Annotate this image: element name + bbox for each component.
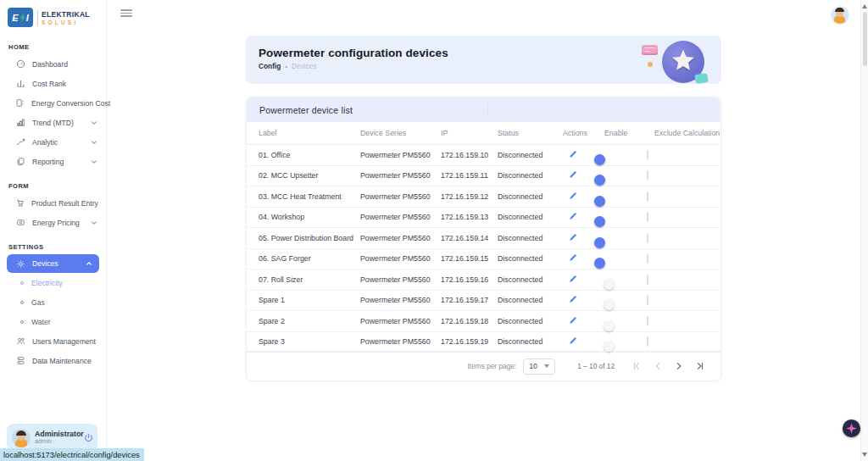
topbar-avatar[interactable] xyxy=(832,7,849,24)
breadcrumb-current: Devices xyxy=(292,62,317,70)
edit-pencil-icon[interactable] xyxy=(569,170,577,179)
star-icon xyxy=(669,47,698,75)
sidebar-item-label: Energy Pricing xyxy=(32,219,80,227)
assistant-fab-button[interactable] xyxy=(843,419,860,437)
cell-device-series: Powermeter PM5560 xyxy=(360,234,441,242)
sidebar-item-energy-pricing[interactable]: Energy Pricing xyxy=(0,213,106,232)
table-titlebar: Powermeter device list xyxy=(247,97,721,122)
prev-page-icon xyxy=(654,362,662,370)
exclude-checkbox[interactable] xyxy=(647,170,648,181)
scroll-up-icon[interactable] xyxy=(862,4,867,8)
sidebar-item-dashboard[interactable]: Dashboard xyxy=(0,54,106,74)
exclude-checkbox[interactable] xyxy=(647,233,648,243)
sidebar-item-devices[interactable]: Devices xyxy=(7,254,99,273)
column-header-status: Status xyxy=(498,129,563,137)
page-size-value: 10 xyxy=(529,362,537,370)
sidebar-item-reporting[interactable]: Reporting xyxy=(0,152,106,171)
exclude-checkbox[interactable] xyxy=(647,212,648,222)
sidebar-item-label: Analytic xyxy=(32,138,58,147)
cell-status: Disconnected xyxy=(498,192,563,201)
table-row: 06. SAG ForgerPowermeter PM5560172.16.15… xyxy=(247,249,721,270)
sidebar-item-data-maintenance[interactable]: Data Maintenance xyxy=(0,351,106,370)
sidebar-item-trend-mtd[interactable]: Trend (MTD) xyxy=(0,113,106,132)
cell-ip: 172.16.159.19 xyxy=(441,337,498,346)
edit-pencil-icon[interactable] xyxy=(569,336,577,345)
orange-dot-shape xyxy=(648,62,653,67)
table-pagination: Items per page: 10 1 – 10 of 12 xyxy=(247,351,721,380)
sidebar-subitem-water[interactable]: Water xyxy=(0,312,106,331)
edit-pencil-icon[interactable] xyxy=(569,192,577,200)
logo-letter-right: I xyxy=(26,13,29,23)
user-avatar xyxy=(12,429,31,447)
bullet-icon xyxy=(20,281,24,285)
exclude-checkbox[interactable] xyxy=(647,336,648,347)
logo-subtitle: SOLUSI xyxy=(42,19,90,25)
sidebar-subitem-electricity[interactable]: Electricity xyxy=(0,273,106,292)
exclude-checkbox[interactable] xyxy=(647,316,648,326)
page-header-card: Powermeter configuration devices Config … xyxy=(246,36,721,84)
vertical-scrollbar[interactable] xyxy=(860,0,868,461)
sidebar-item-cost-rank[interactable]: Cost Rank xyxy=(0,74,106,93)
prev-page-button xyxy=(651,359,665,373)
edit-pencil-icon[interactable] xyxy=(569,212,577,220)
exclude-checkbox[interactable] xyxy=(647,192,648,202)
titlebar-divider xyxy=(487,103,488,117)
cell-label: 02. MCC Upsetter xyxy=(259,171,360,180)
cell-status: Disconnected xyxy=(498,171,563,180)
sidebar-item-analytic[interactable]: Analytic xyxy=(0,132,106,152)
edit-pencil-icon[interactable] xyxy=(569,275,577,283)
sidebar-item-label: Energy Conversion Cost xyxy=(31,99,110,108)
page-size-select[interactable]: 10 xyxy=(523,358,555,375)
sidebar-item-label: Cost Rank xyxy=(32,80,66,88)
chevron-down-icon xyxy=(91,119,97,126)
users-icon xyxy=(15,336,25,347)
cell-device-series: Powermeter PM5560 xyxy=(360,254,441,263)
sidebar-subitem-gas[interactable]: Gas xyxy=(0,292,106,312)
next-page-button[interactable] xyxy=(672,359,686,373)
column-header-label: Label xyxy=(259,129,360,137)
chevron-up-icon xyxy=(86,260,92,267)
table-header-row: LabelDevice SeriesIPStatusActionsEnableE… xyxy=(247,122,721,145)
cell-label: 06. SAG Forger xyxy=(259,254,360,263)
edit-pencil-icon[interactable] xyxy=(569,150,577,158)
sparkle-star-icon xyxy=(845,422,858,435)
bullet-icon xyxy=(20,320,24,324)
cell-device-series: Powermeter PM5560 xyxy=(360,213,441,221)
sidebar-item-users-management[interactable]: Users Management xyxy=(0,331,106,351)
sidebar-item-energy-conversion-cost[interactable]: Energy Conversion Cost xyxy=(0,93,106,113)
dashboard-icon xyxy=(15,59,25,69)
scroll-down-icon[interactable] xyxy=(862,453,867,457)
exclude-checkbox[interactable] xyxy=(647,275,648,285)
devices-icon xyxy=(15,258,25,269)
cell-status: Disconnected xyxy=(498,213,563,221)
exclude-checkbox[interactable] xyxy=(647,150,648,160)
breadcrumb-parent[interactable]: Config xyxy=(259,62,281,70)
edit-pencil-icon[interactable] xyxy=(569,316,577,325)
sidebar-item-label: Dashboard xyxy=(32,60,68,69)
cell-status: Disconnected xyxy=(498,296,563,304)
edit-pencil-icon[interactable] xyxy=(569,253,577,262)
cell-ip: 172.16.159.18 xyxy=(441,317,498,325)
exclude-checkbox[interactable] xyxy=(647,253,648,264)
logo-letter-left: E xyxy=(12,13,18,23)
cell-device-series: Powermeter PM5560 xyxy=(360,337,441,346)
sidebar-item-label: Data Maintenance xyxy=(32,357,92,365)
table-row: 03. MCC Heat TreatmentPowermeter PM55601… xyxy=(247,186,721,208)
cell-device-series: Powermeter PM5560 xyxy=(360,192,441,201)
cell-device-series: Powermeter PM5560 xyxy=(360,171,441,180)
app-logo[interactable]: E I ELEKTRIKAL SOLUSI xyxy=(0,0,106,32)
sidebar-item-product-result-entry[interactable]: Product Result Entry xyxy=(0,193,106,213)
logout-power-icon[interactable] xyxy=(84,433,93,442)
first-page-button xyxy=(630,359,643,373)
user-role: admin xyxy=(35,438,84,445)
edit-pencil-icon[interactable] xyxy=(569,233,577,242)
subitem-label: Electricity xyxy=(31,279,63,287)
sidebar-menu: HOMEDashboardCost RankEnergy Conversion … xyxy=(0,43,106,370)
exclude-checkbox[interactable] xyxy=(647,295,648,305)
edit-pencil-icon[interactable] xyxy=(569,295,577,303)
menu-icon[interactable] xyxy=(120,8,132,19)
teal-rect-shape xyxy=(694,73,708,84)
last-page-button[interactable] xyxy=(693,359,707,373)
scrollbar-thumb[interactable] xyxy=(863,12,867,66)
cell-status: Disconnected xyxy=(498,317,563,325)
